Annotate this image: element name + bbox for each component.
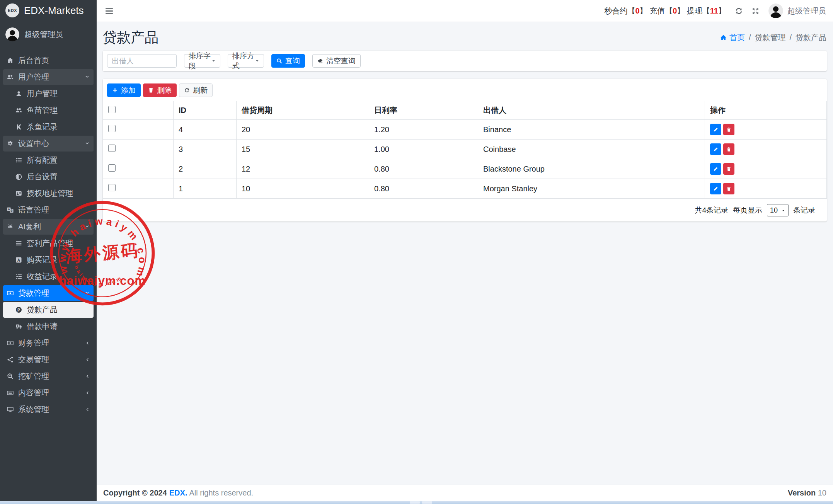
money-icon: [7, 290, 14, 296]
sidebar-item-user-management[interactable]: 用户管理: [3, 69, 94, 85]
edit-button[interactable]: [710, 124, 721, 135]
sidebar-item-label: 授权地址管理: [27, 188, 73, 199]
refresh-icon[interactable]: [735, 7, 743, 15]
delete-row-button[interactable]: [723, 163, 734, 175]
sidebar-item-backend-settings[interactable]: 后台设置: [3, 169, 94, 185]
topbar-user-menu[interactable]: 超级管理员: [768, 3, 826, 18]
cell-actions: [705, 140, 827, 159]
sidebar-item-trade-management[interactable]: 交易管理: [3, 352, 94, 368]
sidebar-item-fry-management[interactable]: 鱼苗管理: [3, 102, 94, 118]
col-header: 日利率: [369, 101, 478, 120]
delete-row-button[interactable]: [723, 143, 734, 155]
avatar: [5, 27, 19, 41]
col-header: 借贷周期: [237, 101, 369, 120]
sidebar-item-label: 交易管理: [18, 354, 49, 365]
cell-period: 20: [237, 120, 369, 140]
sidebar-item-label: 杀鱼记录: [27, 122, 58, 132]
delete-row-button[interactable]: [723, 124, 734, 135]
sidebar-item-mining-management[interactable]: 挖矿管理: [3, 368, 94, 384]
sidebar-item-label: 内容管理: [18, 388, 49, 398]
fullscreen-icon[interactable]: [752, 7, 759, 15]
k-icon: [15, 124, 22, 130]
search-button[interactable]: 查询: [271, 54, 305, 68]
chevron-left-icon: [85, 390, 90, 395]
robot-icon: [7, 223, 14, 230]
topbar-stats: 秒合约【0】 充值【0】 提现【11】: [604, 6, 726, 16]
edit-button[interactable]: [710, 183, 721, 194]
sidebar-item-ai-arbitrage[interactable]: AI套利: [3, 219, 94, 235]
sidebar-item-purchase-records[interactable]: A购买记录: [3, 252, 94, 268]
sidebar-item-profit-records[interactable]: 收益记录: [3, 269, 94, 284]
home-icon: [7, 57, 14, 64]
delete-row-button[interactable]: [723, 183, 734, 194]
refresh-button[interactable]: 刷新: [179, 83, 213, 97]
breadcrumb-home-link[interactable]: 首页: [720, 32, 745, 43]
chevron-left-icon: [85, 341, 90, 346]
sidebar-item-label: 系统管理: [18, 404, 49, 415]
sidebar-item-loan-applications[interactable]: 借款申请: [3, 318, 94, 334]
table-row: 1100.80Morgan Stanley: [103, 179, 827, 199]
sidebar-item-kill-fish-records[interactable]: 杀鱼记录: [3, 119, 94, 135]
topbar-stat-part: 秒合约【: [604, 7, 635, 15]
clear-search-button[interactable]: 清空查询: [312, 54, 361, 68]
sidebar-item-label: 收益记录: [27, 271, 58, 282]
money-icon: [7, 340, 14, 346]
brand[interactable]: EDX EDX-Markets: [0, 0, 97, 21]
sidebar-item-auth-address-management[interactable]: 授权地址管理: [3, 186, 94, 201]
sidebar-item-settings-center[interactable]: 设置中心: [3, 136, 94, 152]
row-checkbox[interactable]: [108, 145, 116, 152]
table-card: 添加 删除 刷新 ID借贷周期日利率出借人操作: [103, 79, 827, 221]
sidebar-item-label: 挖矿管理: [18, 371, 49, 381]
footer-brand-link[interactable]: EDX.: [169, 489, 187, 497]
brand-logo: EDX: [5, 3, 19, 17]
sidebar-item-user-admin[interactable]: 用户管理: [3, 86, 94, 102]
sidebar-item-label: 套利产品管理: [27, 238, 73, 249]
cell-checkbox: [103, 159, 174, 179]
col-header: ID: [174, 101, 237, 120]
sidebar-item-system-management[interactable]: 系统管理: [3, 402, 94, 417]
sort-field-select[interactable]: 排序字段: [184, 54, 220, 68]
sidebar-item-loan-products[interactable]: P贷款产品: [3, 302, 94, 318]
svg-text:A: A: [17, 258, 20, 262]
sidebar-item-dashboard[interactable]: 后台首页: [3, 53, 94, 68]
select-all-checkbox[interactable]: [108, 106, 116, 113]
cell-period: 12: [237, 159, 369, 179]
admin-app: EDX EDX-Markets 超级管理员 后台首页用户管理用户管理鱼苗管理杀鱼…: [0, 0, 833, 504]
row-checkbox[interactable]: [108, 125, 116, 132]
taskbar-thumb: [410, 501, 420, 504]
row-checkbox[interactable]: [108, 164, 116, 172]
sidebar-item-content-management[interactable]: 内容管理: [3, 385, 94, 401]
p-icon: P: [15, 306, 22, 313]
edit-button[interactable]: [710, 143, 721, 155]
edit-button[interactable]: [710, 163, 721, 175]
per-page-select[interactable]: 10: [767, 204, 789, 216]
topbar-user-name: 超级管理员: [787, 6, 826, 16]
pagination-suffix: 条记录: [793, 205, 815, 215]
sidebar-item-arbitrage-product-management[interactable]: 套利产品管理: [3, 235, 94, 251]
sidebar-item-loan-management[interactable]: 贷款管理: [3, 285, 94, 301]
cell-checkbox: [103, 140, 174, 159]
topbar: 秒合约【0】 充值【0】 提现【11】 超级管理员: [97, 0, 833, 22]
footer-version: Version 10: [788, 489, 826, 497]
sort-order-select[interactable]: 排序方式: [228, 54, 264, 68]
taskbar-strip: [0, 501, 833, 504]
lender-search-input[interactable]: [107, 54, 177, 68]
trash-icon: [726, 186, 731, 191]
cell-checkbox: [103, 179, 174, 199]
sidebar-item-all-configs[interactable]: 所有配置: [3, 152, 94, 168]
table-row: 3151.00Coinbase: [103, 140, 827, 159]
add-button[interactable]: 添加: [107, 83, 141, 97]
pagination-total: 共4条记录: [695, 205, 728, 215]
sidebar-item-language-management[interactable]: A文语言管理: [3, 202, 94, 218]
cell-lender: Blackstone Group: [478, 159, 705, 179]
row-checkbox[interactable]: [108, 184, 116, 191]
footer: Copyright © 2024 EDX. All rights reserve…: [97, 485, 833, 501]
chevron-left-icon: [85, 357, 90, 362]
svg-text:P: P: [17, 308, 20, 312]
delete-button[interactable]: 删除: [143, 83, 177, 97]
keyboard-icon: [7, 390, 14, 396]
desktop-icon: [7, 406, 14, 413]
sidebar-item-label: 贷款管理: [18, 288, 49, 298]
sidebar-item-finance-management[interactable]: 财务管理: [3, 335, 94, 351]
hamburger-icon[interactable]: [105, 7, 114, 15]
